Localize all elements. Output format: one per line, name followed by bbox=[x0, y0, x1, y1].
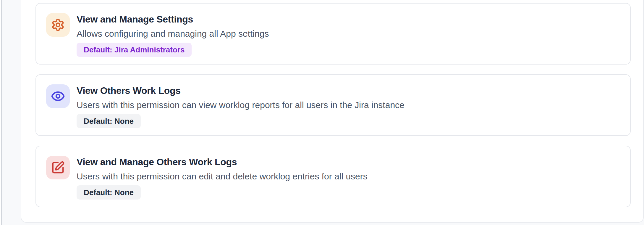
page: View and Manage Settings Allows configur… bbox=[0, 0, 644, 225]
permission-title: View and Manage Others Work Logs bbox=[77, 156, 620, 168]
left-divider bbox=[1, 0, 2, 225]
card-text: View Others Work Logs Users with this pe… bbox=[77, 84, 620, 126]
default-role-badge: Default: Jira Administrators bbox=[77, 43, 192, 57]
permission-card-view-manage-settings: View and Manage Settings Allows configur… bbox=[35, 3, 631, 65]
eye-icon bbox=[46, 84, 70, 108]
card-text: View and Manage Others Work Logs Users w… bbox=[77, 156, 620, 197]
permission-card-view-others-work-logs: View Others Work Logs Users with this pe… bbox=[35, 74, 631, 136]
default-role-badge: Default: None bbox=[77, 185, 141, 200]
permission-card-manage-others-work-logs: View and Manage Others Work Logs Users w… bbox=[35, 146, 631, 207]
permission-description: Allows configuring and managing all App … bbox=[77, 28, 620, 40]
edit-icon bbox=[46, 156, 70, 179]
default-role-badge: Default: None bbox=[77, 114, 141, 128]
permission-title: View and Manage Settings bbox=[77, 13, 620, 25]
permission-description: Users with this permission can edit and … bbox=[77, 171, 620, 182]
gear-icon bbox=[46, 13, 70, 37]
card-text: View and Manage Settings Allows configur… bbox=[77, 13, 620, 54]
permission-title: View Others Work Logs bbox=[77, 84, 620, 97]
permission-description: Users with this permission can view work… bbox=[77, 99, 620, 111]
